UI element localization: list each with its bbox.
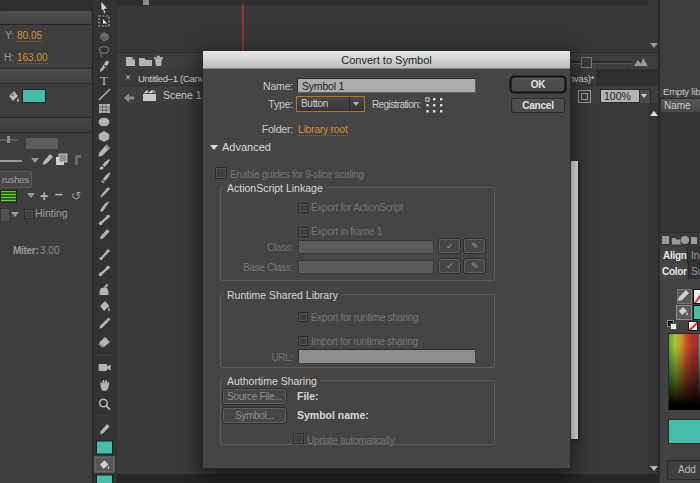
svg-text:T: T — [100, 73, 108, 88]
